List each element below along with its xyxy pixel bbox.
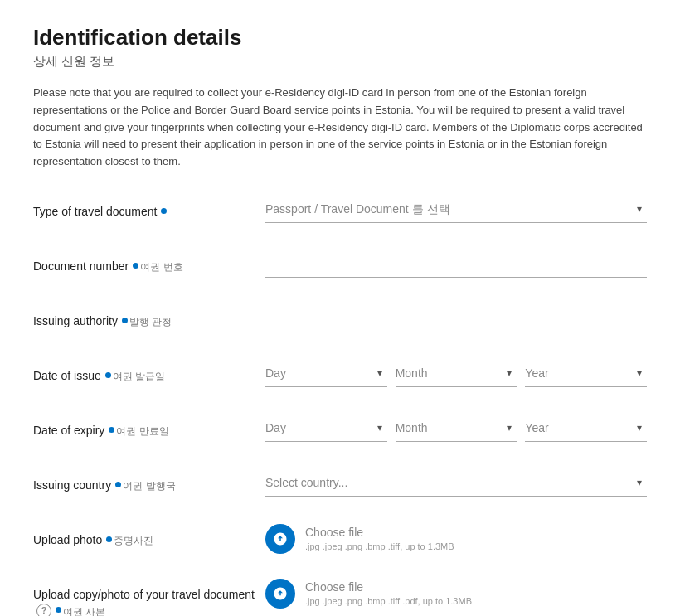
travel-document-row: Type of travel document Passport / Trave…	[33, 196, 647, 232]
page-description: Please note that you are required to col…	[33, 85, 647, 171]
upload-copy-area: Choose file .jpg .jpeg .png .bmp .tiff .…	[265, 579, 647, 609]
issuing-authority-control	[265, 305, 647, 332]
expiry-year-select[interactable]: Year 2030202920282027 2026202520242023 2…	[525, 415, 647, 442]
expiry-day-wrapper: Day 12345 678910 1112131415 1617181920 2…	[265, 415, 387, 442]
upload-copy-hint: .jpg .jpeg .png .bmp .tiff .pdf, up to 1…	[305, 596, 472, 606]
upload-copy-label: Upload copy/photo of your travel documen…	[33, 579, 265, 616]
date-of-expiry-label: Date of expiry 여권 만료일	[33, 415, 265, 439]
upload-photo-hint: .jpg .jpeg .png .bmp .tiff, up to 1.3MB	[305, 541, 454, 551]
required-indicator	[56, 607, 61, 613]
expiry-month-select[interactable]: Month JanuaryFebruaryMarch AprilMayJune …	[396, 415, 517, 442]
document-number-input[interactable]	[265, 250, 647, 278]
expiry-month-wrapper: Month JanuaryFebruaryMarch AprilMayJune …	[396, 415, 517, 442]
issue-month-wrapper: Month JanuaryFebruaryMarch AprilMayJune …	[396, 360, 517, 387]
date-of-issue-row: Date of issue 여권 발급일 Day 12345 678910 11…	[33, 360, 647, 396]
issuing-country-control: Select country... Estonia Germany United…	[265, 469, 647, 497]
travel-document-label: Type of travel document	[33, 196, 265, 221]
issue-day-select[interactable]: Day 12345 678910 1112131415 1617181920 2…	[265, 360, 387, 387]
required-indicator	[105, 372, 111, 378]
issuing-country-label: Issuing country 여권 발행국	[33, 469, 265, 494]
issuing-country-row: Issuing country 여권 발행국 Select country...…	[33, 469, 647, 506]
upload-photo-area: Choose file .jpg .jpeg .png .bmp .tiff, …	[265, 524, 647, 554]
expiry-year-wrapper: Year 2030202920282027 2026202520242023 2…	[525, 415, 647, 442]
date-of-issue-group: Day 12345 678910 1112131415 1617181920 2…	[265, 360, 647, 387]
date-of-expiry-group: Day 12345 678910 1112131415 1617181920 2…	[265, 415, 647, 442]
issue-year-wrapper: Year 2024202320222021 2020201920182017 2…	[525, 360, 647, 387]
upload-photo-row: Upload photo 증명사진 Choose file .jpg .jpeg…	[33, 524, 647, 560]
page-title: Identification details	[33, 25, 647, 51]
issue-year-select[interactable]: Year 2024202320222021 2020201920182017 2…	[525, 360, 647, 387]
document-number-control	[265, 250, 647, 278]
issue-month-select[interactable]: Month JanuaryFebruaryMarch AprilMayJune …	[396, 360, 517, 387]
required-indicator	[115, 482, 121, 487]
help-icon[interactable]: ?	[36, 604, 51, 616]
choose-file-label: Choose file	[305, 580, 472, 594]
travel-document-select-wrapper: Passport / Travel Document 를 선택 Passport…	[265, 196, 647, 223]
date-of-expiry-control: Day 12345 678910 1112131415 1617181920 2…	[265, 415, 647, 442]
upload-photo-label: Upload photo 증명사진	[33, 524, 265, 549]
document-number-row: Document number 여권 번호	[33, 250, 647, 287]
page-subtitle: 상세 신원 정보	[33, 54, 647, 70]
upload-photo-control: Choose file .jpg .jpeg .png .bmp .tiff, …	[265, 524, 647, 554]
required-indicator	[106, 536, 112, 542]
document-number-label: Document number 여권 번호	[33, 250, 265, 275]
upload-photo-icon	[273, 531, 288, 546]
travel-document-select[interactable]: Passport / Travel Document 를 선택 Passport…	[265, 196, 647, 223]
upload-copy-button[interactable]	[265, 579, 295, 609]
issuing-authority-label: Issuing authority 발행 관청	[33, 305, 265, 330]
date-of-issue-control: Day 12345 678910 1112131415 1617181920 2…	[265, 360, 647, 387]
required-indicator	[122, 318, 128, 323]
issuing-authority-input[interactable]	[265, 305, 647, 332]
required-indicator	[109, 427, 114, 433]
required-indicator	[161, 208, 167, 214]
issue-day-wrapper: Day 12345 678910 1112131415 1617181920 2…	[265, 360, 387, 387]
upload-photo-text: Choose file .jpg .jpeg .png .bmp .tiff, …	[305, 526, 454, 551]
identification-form: Type of travel document Passport / Trave…	[33, 196, 647, 616]
travel-document-control: Passport / Travel Document 를 선택 Passport…	[265, 196, 647, 223]
upload-copy-icon	[273, 586, 288, 601]
issuing-country-select-wrapper: Select country... Estonia Germany United…	[265, 469, 647, 497]
upload-copy-row: Upload copy/photo of your travel documen…	[33, 579, 647, 616]
required-indicator	[133, 263, 138, 269]
upload-copy-text: Choose file .jpg .jpeg .png .bmp .tiff .…	[305, 580, 472, 606]
issuing-country-select[interactable]: Select country... Estonia Germany United…	[265, 469, 647, 497]
upload-copy-control: Choose file .jpg .jpeg .png .bmp .tiff .…	[265, 579, 647, 609]
expiry-day-select[interactable]: Day 12345 678910 1112131415 1617181920 2…	[265, 415, 387, 442]
date-of-issue-label: Date of issue 여권 발급일	[33, 360, 265, 385]
upload-photo-button[interactable]	[265, 524, 295, 554]
issuing-authority-row: Issuing authority 발행 관청	[33, 305, 647, 342]
choose-file-label: Choose file	[305, 526, 454, 539]
date-of-expiry-row: Date of expiry 여권 만료일 Day 12345 678910 1…	[33, 415, 647, 451]
